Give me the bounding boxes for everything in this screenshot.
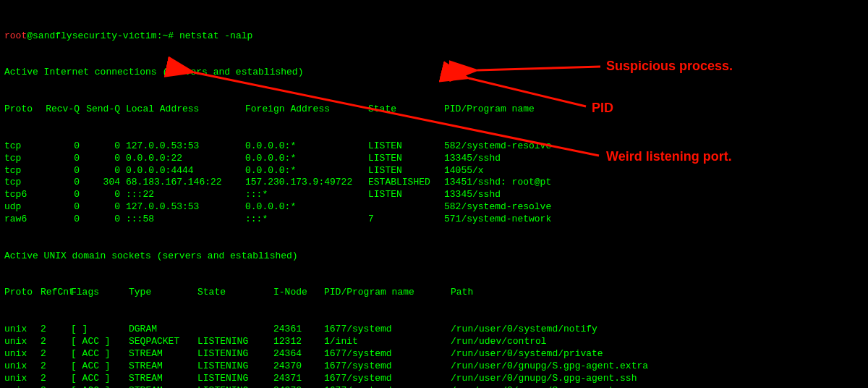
annotation-pid: PID (592, 100, 613, 117)
annotation-suspicious: Suspicious process. (606, 58, 733, 75)
unix-columns: ProtoRefCntFlagsTypeStateI-NodePID/Progr… (4, 287, 864, 299)
unix-row: unix2[ ACC ]SEQPACKETLISTENING123121/ini… (4, 336, 864, 348)
unix-row: unix2[ ACC ]STREAMLISTENING243711677/sys… (4, 373, 864, 385)
unix-row: unix2[ ]DGRAM243611677/systemd/run/user/… (4, 324, 864, 336)
inet-row: raw600:::58:::*7571/systemd-network (4, 214, 864, 226)
inet-row: tcp000.0.0.0:220.0.0.0:*LISTEN13345/sshd (4, 153, 864, 165)
annotation-port: Weird listening port. (606, 148, 732, 165)
prompt-sep: @ (27, 30, 33, 41)
prompt-user: root (4, 30, 27, 41)
inet-row: udp00127.0.0.53:530.0.0.0:*582/systemd-r… (4, 201, 864, 214)
unix-header: Active UNIX domain sockets (servers and … (4, 250, 864, 263)
shell-prompt[interactable]: root@sandflysecurity-victim:~# netstat -… (4, 30, 864, 43)
inet-header: Active Internet connections (servers and… (4, 67, 864, 79)
prompt-host: sandflysecurity-victim (33, 30, 157, 41)
terminal[interactable]: root@sandflysecurity-victim:~# netstat -… (0, 0, 868, 388)
inet-row: tcp600:::22:::*LISTEN13345/sshd (4, 189, 864, 201)
inet-row: tcp030468.183.167.146:22157.230.173.9:49… (4, 177, 864, 189)
inet-row: tcp00127.0.0.53:530.0.0.0:*LISTEN582/sys… (4, 140, 864, 153)
prompt-path: :~# (157, 30, 179, 41)
unix-row: unix2[ ACC ]STREAMLISTENING243701677/sys… (4, 360, 864, 373)
inet-columns: ProtoRecv-QSend-QLocal AddressForeign Ad… (4, 104, 864, 116)
unix-row: unix2[ ACC ]STREAMLISTENING243721677/sys… (4, 385, 864, 388)
unix-row: unix2[ ACC ]STREAMLISTENING243641677/sys… (4, 348, 864, 360)
command: netstat -nalp (179, 30, 252, 41)
inet-row: tcp000.0.0.0:44440.0.0.0:*LISTEN14055/x (4, 165, 864, 177)
